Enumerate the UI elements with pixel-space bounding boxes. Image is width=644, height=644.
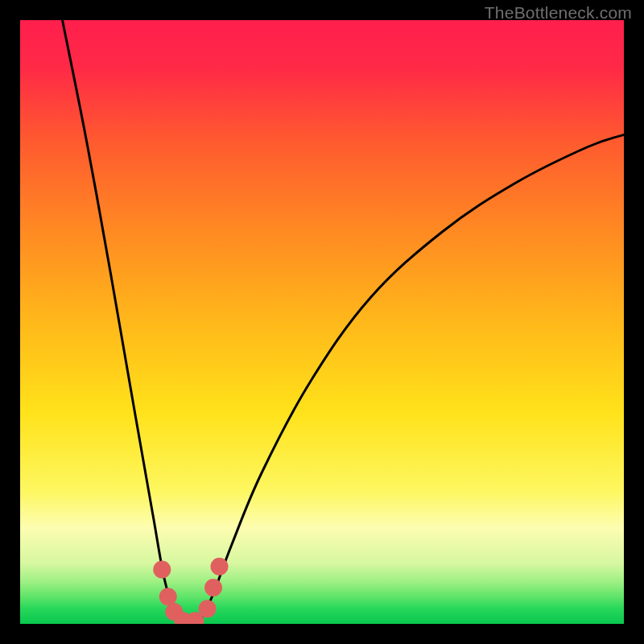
curve-marker	[211, 558, 229, 576]
curve-marker	[199, 600, 217, 617]
bottleneck-chart	[20, 20, 624, 624]
curve-marker	[153, 561, 171, 579]
curve-marker	[204, 579, 222, 597]
gradient-background	[20, 20, 624, 624]
plot-area	[20, 20, 624, 624]
curve-marker	[159, 588, 177, 605]
chart-frame: TheBottleneck.com	[0, 0, 644, 644]
